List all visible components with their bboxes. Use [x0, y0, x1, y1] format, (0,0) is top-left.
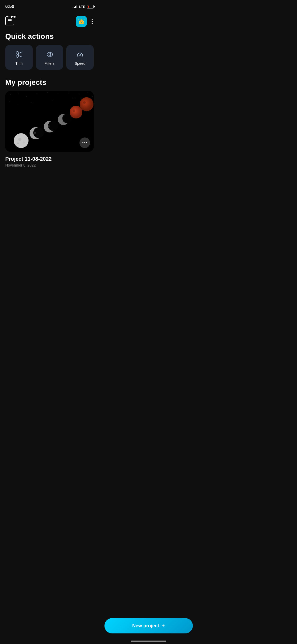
svg-point-19 [58, 95, 58, 95]
svg-point-21 [79, 94, 79, 94]
signal-bar-1 [73, 7, 73, 8]
svg-point-34 [17, 142, 19, 144]
my-projects-title: My projects [5, 76, 94, 91]
svg-point-28 [74, 99, 74, 99]
dot [84, 142, 85, 143]
speed-icon [76, 50, 84, 59]
quick-actions-section: Quick actions Trim Filters [0, 30, 99, 76]
svg-point-16 [26, 96, 26, 96]
project-card[interactable] [5, 91, 94, 152]
svg-point-20 [68, 93, 69, 93]
project-thumbnail [5, 91, 94, 152]
battery-level [88, 6, 89, 8]
svg-point-29 [53, 100, 53, 100]
svg-point-40 [48, 125, 50, 127]
svg-point-43 [62, 118, 63, 120]
svg-line-2 [18, 52, 22, 53]
clipboard-line [8, 19, 12, 20]
svg-point-49 [83, 101, 86, 104]
speed-action-button[interactable]: Speed [66, 45, 94, 70]
svg-point-31 [14, 133, 29, 148]
trim-action-button[interactable]: Trim [5, 45, 33, 70]
svg-point-24 [9, 102, 10, 102]
speed-label: Speed [75, 61, 85, 66]
battery-indicator [87, 5, 94, 8]
svg-point-50 [88, 105, 89, 107]
svg-point-30 [31, 103, 32, 103]
status-time: 6:50 [5, 4, 14, 9]
clipboard-line [8, 20, 12, 21]
signal-bar-2 [74, 7, 75, 8]
more-dot [92, 19, 93, 20]
svg-point-37 [34, 132, 36, 134]
dot [82, 142, 83, 143]
filters-action-button[interactable]: Filters [36, 45, 63, 70]
svg-point-18 [48, 92, 48, 93]
projects-section: My projects [0, 76, 99, 167]
svg-point-15 [18, 93, 19, 93]
svg-line-12 [82, 55, 83, 55]
svg-point-17 [37, 93, 37, 94]
project-more-button[interactable] [79, 137, 90, 148]
svg-point-42 [62, 114, 72, 123]
svg-line-11 [78, 55, 78, 55]
more-dot [92, 23, 93, 24]
signal-bar-4 [77, 5, 77, 8]
svg-point-14 [10, 95, 11, 95]
lte-label: LTE [79, 5, 85, 9]
svg-line-3 [18, 56, 22, 57]
more-menu-button[interactable] [91, 18, 94, 25]
svg-point-25 [17, 104, 17, 104]
crown-icon: 👑 [78, 18, 85, 25]
filters-label: Filters [44, 61, 54, 66]
svg-point-8 [79, 55, 81, 56]
quick-actions-title: Quick actions [0, 30, 99, 45]
trim-icon [15, 50, 23, 59]
trim-label: Trim [15, 61, 22, 66]
clipboard-icon [5, 16, 14, 25]
project-date: November 8, 2022 [5, 163, 94, 167]
more-dot [92, 21, 93, 22]
clipboard-lines [8, 19, 12, 21]
svg-point-23 [92, 96, 93, 96]
notification-dot [14, 16, 16, 18]
svg-point-46 [73, 109, 75, 112]
svg-point-32 [18, 138, 21, 141]
filters-icon [45, 50, 54, 59]
status-icons: LTE [73, 5, 94, 9]
header-right: 👑 [76, 16, 94, 27]
header: 👑 [0, 12, 99, 30]
quick-actions-grid: Trim Filters [0, 45, 99, 76]
svg-point-33 [23, 141, 25, 144]
svg-point-45 [70, 106, 82, 118]
battery-icon [87, 5, 94, 8]
dot [86, 142, 87, 143]
crown-button[interactable]: 👑 [76, 16, 87, 27]
svg-point-48 [80, 97, 93, 111]
signal-bars [73, 5, 77, 8]
svg-point-22 [87, 92, 87, 93]
clipboard-btn[interactable] [5, 16, 15, 26]
status-bar: 6:50 LTE [0, 0, 99, 12]
header-left [5, 16, 15, 26]
signal-bar-3 [75, 6, 76, 8]
project-title: Project 11-08-2022 [5, 156, 94, 162]
